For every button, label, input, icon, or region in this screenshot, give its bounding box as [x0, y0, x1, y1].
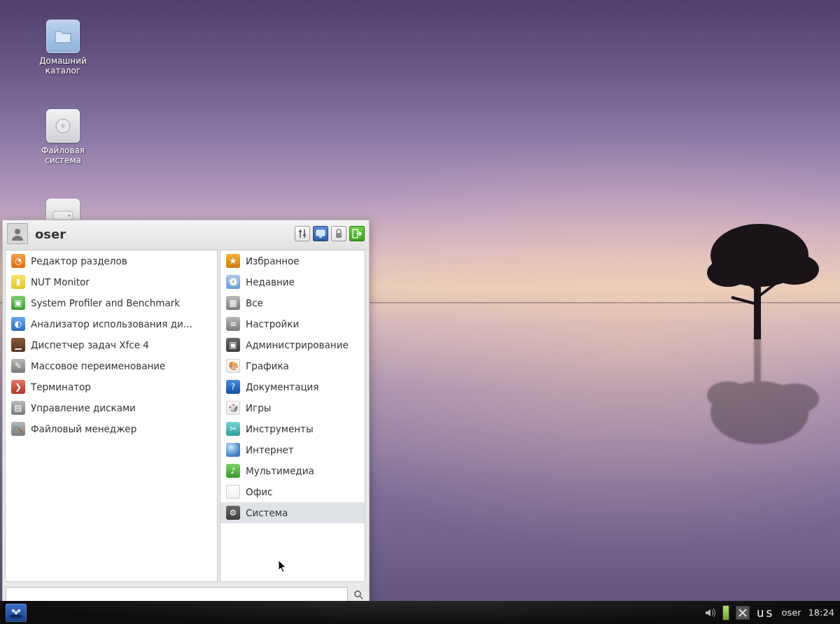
- gear-icon: ⚙: [226, 506, 240, 520]
- keyboard-layout-indicator[interactable]: us: [757, 605, 775, 620]
- office-icon: ✿: [226, 485, 240, 499]
- desktop[interactable]: Домашний каталог Файловая система oser: [0, 0, 840, 624]
- battery-icon[interactable]: [723, 606, 729, 620]
- menu-header-buttons: [295, 226, 365, 241]
- cat-item-label: Офис: [246, 486, 272, 497]
- cat-item-label: Все: [246, 297, 263, 309]
- svg-point-23: [10, 614, 22, 618]
- cat-item-system[interactable]: ⚙Система: [220, 502, 365, 523]
- start-menu-button[interactable]: [6, 604, 27, 622]
- svg-point-5: [710, 381, 808, 444]
- music-icon: ♪: [226, 464, 240, 478]
- app-item-label: NUT Monitor: [31, 276, 90, 288]
- cat-item-administration[interactable]: ▣Администрирование: [220, 334, 365, 355]
- svg-point-12: [15, 229, 20, 234]
- globe-icon: [226, 443, 240, 457]
- desktop-icon-label: Файловая система: [28, 146, 98, 165]
- svg-point-1: [710, 224, 808, 287]
- pie-icon: ◐: [11, 317, 25, 331]
- app-item-disk-analyzer[interactable]: ◐Анализатор использования ди...: [6, 313, 217, 334]
- cat-item-label: Система: [246, 507, 288, 518]
- cat-item-all[interactable]: ▦Все: [220, 292, 365, 313]
- cat-item-label: Избранное: [246, 255, 300, 267]
- search-icon: [351, 587, 366, 602]
- menu-body: ◔Редактор разделов ▮NUT Monitor ▣System …: [3, 250, 369, 584]
- cat-item-internet[interactable]: Интернет: [220, 439, 365, 460]
- menu-user: oser: [7, 223, 66, 244]
- app-item-task-manager[interactable]: ▁Диспетчер задач Xfce 4: [6, 334, 217, 355]
- app-item-terminator[interactable]: ❯Терминатор: [6, 376, 217, 397]
- palette-icon: 🎨: [226, 359, 240, 373]
- username-label: oser: [35, 227, 66, 241]
- cat-item-recent[interactable]: 🕘Недавние: [220, 271, 365, 292]
- terminal-icon: ❯: [11, 380, 25, 394]
- app-item-label: Диспетчер задач Xfce 4: [31, 339, 149, 350]
- cat-item-favorites[interactable]: ★Избранное: [220, 250, 365, 271]
- cat-item-tools[interactable]: ✂Инструменты: [220, 418, 365, 439]
- svg-line-22: [360, 596, 363, 599]
- wallpaper-tree: [690, 206, 830, 339]
- app-item-disk-management[interactable]: ▤Управление дисками: [6, 397, 217, 418]
- logout-button[interactable]: [349, 226, 365, 241]
- taskbar-user-label[interactable]: oser: [781, 607, 801, 618]
- menu-header: oser: [3, 220, 369, 250]
- update-manager-icon[interactable]: [736, 606, 750, 620]
- taskbar-right: us oser 18:24: [704, 605, 834, 620]
- desktop-icon-filesystem[interactable]: Файловая система: [28, 109, 98, 165]
- clock-icon: 🕘: [226, 275, 240, 289]
- start-menu-icon: [9, 607, 23, 618]
- help-icon: ?: [226, 380, 240, 394]
- display-button[interactable]: [313, 226, 328, 241]
- cat-item-office[interactable]: ✿Офис: [220, 481, 365, 502]
- cat-item-label: Документация: [246, 381, 319, 392]
- monitor-icon: [316, 229, 326, 238]
- disk-icon: ▤: [11, 401, 25, 415]
- app-item-partition-editor[interactable]: ◔Редактор разделов: [6, 250, 217, 271]
- desktop-icon-label: Домашний каталог: [28, 56, 98, 76]
- lock-button[interactable]: [331, 226, 346, 241]
- app-item-label: Редактор разделов: [31, 255, 127, 267]
- disk-icon: [46, 109, 80, 143]
- svg-point-2: [707, 259, 749, 287]
- svg-rect-4: [754, 329, 761, 385]
- svg-point-3: [770, 254, 819, 285]
- app-item-label: System Profiler and Benchmark: [31, 297, 180, 309]
- grid-icon: ▦: [226, 296, 240, 310]
- cat-item-graphics[interactable]: 🎨Графика: [220, 355, 365, 376]
- search-input[interactable]: [6, 587, 348, 602]
- app-item-bulk-rename[interactable]: ✎Массовое переименование: [6, 355, 217, 376]
- cat-item-settings[interactable]: ≡Настройки: [220, 313, 365, 334]
- cat-item-multimedia[interactable]: ♪Мультимедиа: [220, 460, 365, 481]
- sliders-icon: [298, 229, 307, 239]
- cat-item-games[interactable]: 🎲Игры: [220, 397, 365, 418]
- avatar-icon: [7, 223, 28, 244]
- taskbar-clock[interactable]: 18:24: [808, 607, 834, 618]
- svg-rect-19: [336, 233, 342, 238]
- cat-item-label: Недавние: [246, 276, 295, 288]
- svg-rect-13: [300, 229, 301, 238]
- cat-item-documentation[interactable]: ?Документация: [220, 376, 365, 397]
- cat-item-label: Графика: [246, 360, 289, 371]
- volume-icon[interactable]: [704, 607, 716, 619]
- cat-item-label: Интернет: [246, 444, 294, 455]
- svg-point-25: [18, 609, 20, 611]
- partition-icon: ◔: [11, 254, 25, 268]
- cat-item-label: Администрирование: [246, 339, 349, 350]
- svg-point-9: [61, 124, 65, 128]
- taskbar: us oser 18:24: [0, 601, 840, 624]
- app-item-file-manager[interactable]: 🔨Файловый менеджер: [6, 418, 217, 439]
- app-item-nut-monitor[interactable]: ▮NUT Monitor: [6, 271, 217, 292]
- settings-button[interactable]: [295, 226, 310, 241]
- svg-point-26: [15, 611, 18, 614]
- taskbar-left: [6, 604, 27, 622]
- app-item-label: Анализатор использования ди...: [31, 318, 192, 329]
- svg-point-6: [707, 381, 749, 409]
- wallpaper-tree-reflection: [690, 329, 830, 462]
- exit-icon: [352, 229, 362, 239]
- desktop-icon-home[interactable]: Домашний каталог: [28, 20, 98, 76]
- app-item-system-profiler[interactable]: ▣System Profiler and Benchmark: [6, 292, 217, 313]
- svg-point-7: [770, 383, 819, 414]
- app-item-label: Управление дисками: [31, 402, 136, 413]
- battery-icon: ▮: [11, 275, 25, 289]
- svg-rect-16: [303, 234, 306, 236]
